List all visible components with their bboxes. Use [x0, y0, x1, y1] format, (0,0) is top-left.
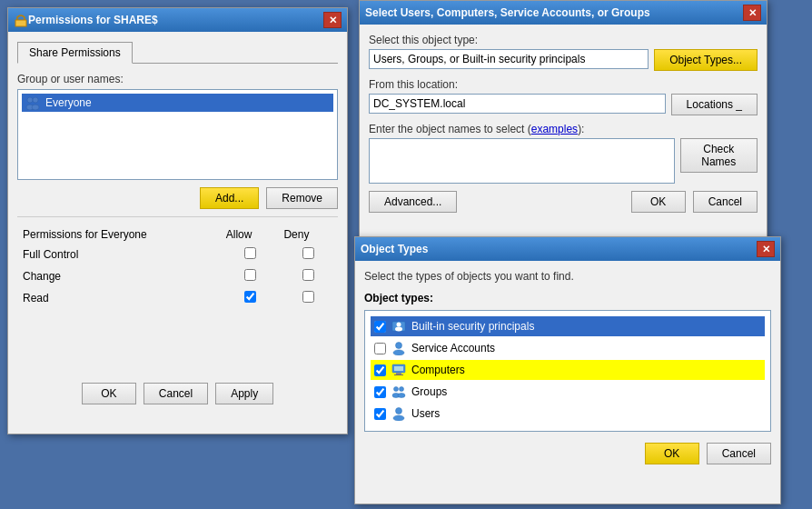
svg-point-2	[33, 97, 38, 103]
full-control-label: Full Control	[19, 245, 221, 264]
svg-point-17	[398, 394, 405, 398]
select-users-cancel-button[interactable]: Cancel	[693, 191, 758, 213]
object-type-row: Select this object type: Object Types...	[369, 34, 758, 71]
object-names-textarea[interactable]	[369, 138, 675, 184]
permissions-tab-bar: Share Permissions	[17, 41, 338, 64]
svg-point-7	[395, 327, 402, 332]
permissions-window-icon	[14, 13, 28, 27]
builtin-label: Built-in security principals	[411, 320, 534, 333]
select-users-close-button[interactable]: ✕	[743, 5, 761, 21]
group-list-box[interactable]: Everyone	[17, 89, 338, 180]
full-control-deny[interactable]	[302, 247, 314, 259]
share-permissions-tab[interactable]: Share Permissions	[17, 42, 133, 64]
select-users-content: Select this object type: Object Types...…	[360, 25, 767, 222]
object-type-input[interactable]	[369, 49, 649, 69]
computers-checkbox[interactable]	[374, 364, 386, 376]
permissions-cancel-button[interactable]: Cancel	[144, 383, 208, 404]
svg-rect-13	[394, 374, 403, 375]
change-allow[interactable]	[244, 269, 256, 281]
groups-item[interactable]: Groups	[371, 382, 765, 402]
service-accounts-item[interactable]: Service Accounts	[371, 338, 765, 358]
object-types-title-bar: Object Types ✕	[355, 237, 780, 261]
allow-header: Allow	[223, 226, 279, 243]
permissions-ok-button[interactable]: OK	[82, 383, 136, 404]
permissions-for-label: Permissions for Everyone	[23, 228, 147, 241]
change-label: Change	[19, 266, 221, 286]
service-accounts-checkbox[interactable]	[374, 343, 386, 354]
read-allow[interactable]	[244, 291, 256, 303]
location-row: From this location: Locations _	[369, 78, 758, 115]
remove-button[interactable]: Remove	[266, 187, 338, 209]
everyone-list-item[interactable]: Everyone	[22, 94, 333, 112]
full-control-allow[interactable]	[244, 247, 256, 259]
permissions-content: Share Permissions Group or user names: E…	[8, 32, 347, 414]
object-type-input-row: Object Types...	[369, 49, 758, 71]
svg-rect-12	[396, 373, 401, 374]
users-checkbox[interactable]	[374, 408, 386, 420]
svg-rect-11	[394, 366, 403, 371]
read-row: Read	[19, 288, 336, 308]
enter-names-label: Enter the object names to select (exampl…	[369, 123, 758, 135]
location-input[interactable]	[369, 94, 666, 114]
everyone-icon	[25, 95, 40, 110]
permissions-apply-button[interactable]: Apply	[215, 383, 273, 404]
advanced-button[interactable]: Advanced...	[369, 191, 457, 213]
builtin-checkbox[interactable]	[374, 321, 386, 333]
users-label: Users	[411, 407, 440, 420]
add-button[interactable]: Add...	[200, 187, 259, 209]
group-label: Group or user names:	[17, 73, 338, 85]
change-row: Change	[19, 266, 336, 286]
service-accounts-label: Service Accounts	[411, 342, 495, 354]
object-types-content: Select the types of objects you want to …	[355, 261, 780, 474]
enter-names-input-row: Check Names	[369, 138, 758, 184]
select-users-title-bar: Select Users, Computers, Service Account…	[360, 1, 767, 25]
permissions-window: Permissions for SHARE$ ✕ Share Permissio…	[7, 7, 348, 434]
builtin-item[interactable]: Built-in security principals	[371, 316, 765, 336]
users-icon	[391, 406, 406, 421]
advanced-row: Advanced... OK Cancel	[369, 191, 758, 213]
object-types-window: Object Types ✕ Select the types of objec…	[354, 236, 781, 504]
permissions-title-bar: Permissions for SHARE$ ✕	[8, 8, 347, 32]
locations-button[interactable]: Locations _	[671, 94, 758, 115]
enter-names-row: Enter the object names to select (exampl…	[369, 123, 758, 184]
location-input-row: Locations _	[369, 94, 758, 115]
object-type-label: Select this object type:	[369, 34, 758, 46]
service-accounts-icon	[391, 341, 406, 355]
svg-point-8	[396, 343, 402, 349]
object-types-button[interactable]: Object Types...	[654, 49, 758, 71]
svg-point-19	[393, 415, 404, 421]
builtin-icon	[391, 319, 406, 334]
check-names-col: Check Names	[680, 138, 758, 184]
object-types-list: Built-in security principals Service Acc…	[364, 310, 771, 432]
full-control-row: Full Control	[19, 245, 336, 264]
deny-header: Deny	[280, 226, 336, 243]
computers-icon	[391, 363, 406, 377]
object-types-title: Object Types	[361, 243, 428, 255]
users-item[interactable]: Users	[371, 404, 765, 424]
svg-point-15	[400, 387, 404, 392]
object-types-cancel-button[interactable]: Cancel	[707, 443, 771, 464]
select-users-ok-button[interactable]: OK	[631, 191, 686, 213]
everyone-label: Everyone	[45, 96, 92, 109]
groups-checkbox[interactable]	[374, 386, 386, 398]
check-names-button[interactable]: Check Names	[680, 138, 758, 173]
read-label: Read	[19, 288, 221, 308]
computers-label: Computers	[411, 364, 465, 376]
change-deny[interactable]	[302, 269, 314, 281]
select-users-title: Select Users, Computers, Service Account…	[365, 6, 650, 19]
permissions-bottom-buttons: OK Cancel Apply	[17, 383, 338, 404]
svg-point-9	[393, 350, 404, 355]
select-users-window: Select Users, Computers, Service Account…	[359, 0, 767, 250]
object-types-description: Select the types of objects you want to …	[364, 270, 771, 283]
groups-icon	[391, 384, 406, 399]
object-types-close-button[interactable]: ✕	[757, 241, 775, 257]
computers-item[interactable]: Computers	[371, 360, 765, 380]
permissions-title: Permissions for SHARE$	[28, 14, 323, 26]
read-deny[interactable]	[302, 291, 314, 303]
svg-point-6	[397, 323, 401, 327]
svg-point-18	[396, 408, 402, 414]
object-types-ok-button[interactable]: OK	[645, 443, 699, 464]
svg-point-1	[27, 97, 33, 103]
svg-point-4	[32, 105, 39, 110]
permissions-close-button[interactable]: ✕	[323, 12, 342, 28]
